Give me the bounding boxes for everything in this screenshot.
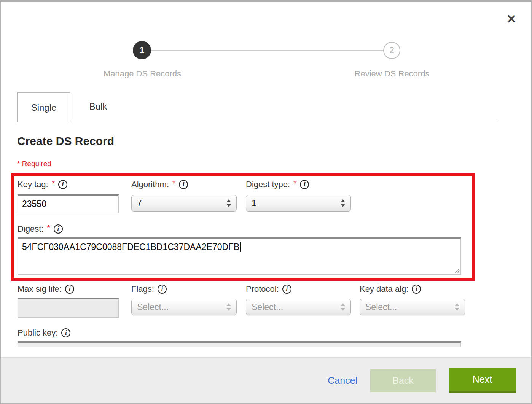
key-data-alg-label-text: Key data alg: (360, 284, 408, 294)
max-sig-life-input[interactable] (18, 298, 119, 318)
public-key-label-text: Public key: (18, 328, 58, 338)
digest-label-text: Digest: (18, 224, 43, 234)
required-asterisk: * (47, 223, 50, 232)
info-icon[interactable]: i (300, 180, 309, 189)
select-arrows-icon (341, 199, 345, 207)
algorithm-select-value: 7 (137, 198, 223, 208)
digest-type-label: Digest type: * i (246, 180, 351, 189)
flags-select-value: Select... (137, 302, 223, 312)
info-icon[interactable]: i (61, 328, 70, 337)
tab-single[interactable]: Single (17, 92, 70, 122)
select-arrows-icon (455, 303, 459, 311)
step-1-circle: 1 (133, 41, 151, 59)
digest-label: Digest: * i (18, 224, 63, 234)
key-data-alg-select-value: Select... (365, 302, 452, 312)
close-icon[interactable]: ✕ (503, 11, 520, 27)
modal-footer: Cancel Back Next (1, 357, 531, 403)
protocol-select-value: Select... (252, 302, 338, 312)
flags-label-text: Flags: (131, 284, 154, 294)
mode-tabs: Single Bulk (17, 92, 499, 121)
digest-value: 54FCF030AA1C79C0088FDEC1BD1C37DAA2E70DFB (22, 242, 239, 252)
info-icon[interactable]: i (54, 224, 63, 234)
step-1-label: Manage DS Records (93, 69, 192, 79)
key-tag-input[interactable]: 23550 (18, 194, 119, 213)
max-sig-life-label: Max sig life: i (18, 284, 119, 294)
info-icon[interactable]: i (65, 285, 74, 294)
step-2-label: Review DS Records (342, 69, 441, 79)
algorithm-select[interactable]: 7 (131, 195, 237, 212)
tab-bulk[interactable]: Bulk (70, 92, 126, 121)
digest-type-label-text: Digest type: (246, 180, 290, 189)
required-asterisk: * (52, 179, 55, 188)
next-button[interactable]: Next (449, 368, 516, 393)
info-icon[interactable]: i (412, 285, 421, 294)
digest-textarea[interactable]: 54FCF030AA1C79C0088FDEC1BD1C37DAA2E70DFB (18, 237, 461, 275)
flags-label: Flags: i (131, 284, 237, 294)
select-arrows-icon (226, 199, 231, 207)
info-icon[interactable]: i (179, 180, 188, 189)
page-title: Create DS Record (17, 135, 114, 148)
public-key-label: Public key: i (18, 328, 70, 338)
step-2-circle: 2 (383, 42, 400, 59)
required-asterisk: * (172, 179, 175, 188)
back-button[interactable]: Back (370, 369, 436, 392)
info-icon[interactable]: i (282, 285, 291, 294)
required-note: * Required (17, 160, 51, 168)
key-tag-label-text: Key tag: (18, 180, 48, 189)
stepper-connector (151, 50, 383, 51)
select-arrows-icon (226, 303, 231, 311)
info-icon[interactable]: i (158, 285, 167, 294)
key-data-alg-label: Key data alg: i (360, 284, 465, 294)
required-asterisk: * (293, 179, 296, 188)
digest-type-select[interactable]: 1 (246, 195, 351, 212)
flags-select[interactable]: Select... (131, 299, 237, 315)
create-ds-record-modal: ✕ 1 2 Manage DS Records Review DS Record… (0, 0, 532, 404)
key-tag-label: Key tag: * i (18, 180, 119, 189)
algorithm-label: Algorithm: * i (131, 180, 237, 189)
text-caret (240, 242, 241, 252)
protocol-select[interactable]: Select... (246, 299, 351, 315)
protocol-label-text: Protocol: (246, 284, 279, 294)
digest-type-select-value: 1 (252, 198, 338, 208)
key-data-alg-select[interactable]: Select... (360, 299, 465, 315)
resize-grip-icon[interactable] (454, 267, 460, 273)
algorithm-label-text: Algorithm: (131, 180, 169, 189)
cancel-button[interactable]: Cancel (328, 375, 357, 386)
public-key-textarea[interactable] (18, 341, 461, 347)
info-icon[interactable]: i (58, 180, 67, 189)
select-arrows-icon (341, 303, 345, 311)
protocol-label: Protocol: i (246, 284, 351, 294)
max-sig-life-label-text: Max sig life: (18, 284, 62, 294)
